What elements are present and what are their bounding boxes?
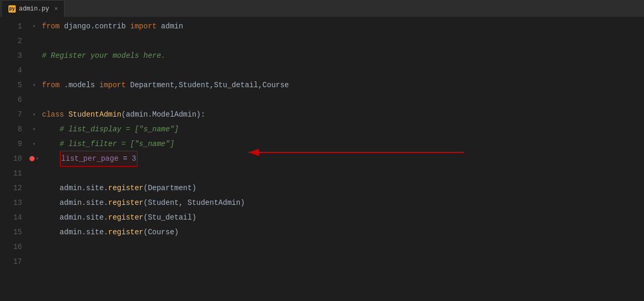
- code-line-5: from .models import Department,Student,S…: [42, 78, 644, 92]
- code-line-14: admin.site.register(Stu_detail): [42, 210, 644, 225]
- line-num-12: 12: [0, 181, 22, 195]
- code-content: from django.contrib import admin # Regis…: [42, 17, 644, 301]
- line-num-2: 2: [0, 34, 22, 48]
- line-num-4: 4: [0, 63, 22, 78]
- line-numbers: 1 2 3 4 5 6 7 8 9 10 11 12 13 14 15 16 1…: [0, 17, 26, 301]
- line-num-5: 5: [0, 78, 22, 92]
- code-line-7: class StudentAdmin(admin.ModelAdmin):: [42, 107, 644, 122]
- fold-icon-9[interactable]: ▾: [33, 141, 36, 147]
- code-line-17: [42, 254, 644, 269]
- line-num-17: 17: [0, 254, 22, 269]
- line-num-9: 9: [0, 137, 22, 151]
- fold-icon-5[interactable]: ▾: [33, 82, 36, 88]
- fold-icon-8[interactable]: ▾: [33, 126, 36, 132]
- tab-filename: admin.py: [19, 5, 49, 13]
- code-line-6: [42, 92, 644, 107]
- code-line-3: # Register your models here.: [42, 48, 644, 63]
- code-line-9: # list_filter = ["s_name"]: [42, 137, 644, 151]
- tab-close-icon[interactable]: ×: [55, 6, 58, 12]
- code-line-1: from django.contrib import admin: [42, 19, 644, 34]
- line-num-16: 16: [0, 240, 22, 254]
- line-num-14: 14: [0, 210, 22, 225]
- line-num-11: 11: [0, 166, 22, 181]
- fold-icon-10[interactable]: ▾: [36, 155, 39, 162]
- tab-python-icon: py: [8, 5, 16, 13]
- code-line-2: [42, 34, 644, 48]
- code-line-4: [42, 63, 644, 78]
- line-num-15: 15: [0, 225, 22, 240]
- fold-icon-1[interactable]: ▾: [33, 23, 36, 29]
- code-line-11: [42, 166, 644, 181]
- code-line-13: admin.site.register(Student, StudentAdmi…: [42, 195, 644, 210]
- code-line-10: list_per_page = 3: [42, 151, 644, 166]
- code-line-8: # list_display = ["s_name"]: [42, 122, 644, 137]
- line-num-3: 3: [0, 48, 22, 63]
- line-num-1: 1: [0, 19, 22, 34]
- gutter: ▾ ▾ ▾ ▾ ▾ ▾: [26, 17, 42, 301]
- tab-admin-py[interactable]: py admin.py ×: [2, 0, 65, 17]
- line-num-10: 10: [0, 151, 22, 166]
- code-line-12: admin.site.register(Department): [42, 181, 644, 195]
- code-line-16: [42, 240, 644, 254]
- tab-bar: py admin.py ×: [0, 0, 644, 17]
- line-num-6: 6: [0, 92, 22, 107]
- line-num-7: 7: [0, 107, 22, 122]
- breakpoint-10[interactable]: [29, 156, 35, 161]
- line-num-13: 13: [0, 195, 22, 210]
- line-num-8: 8: [0, 122, 22, 137]
- code-line-15: admin.site.register(Course): [42, 225, 644, 240]
- fold-icon-7[interactable]: ▾: [33, 111, 36, 118]
- code-area: 1 2 3 4 5 6 7 8 9 10 11 12 13 14 15 16 1…: [0, 17, 644, 301]
